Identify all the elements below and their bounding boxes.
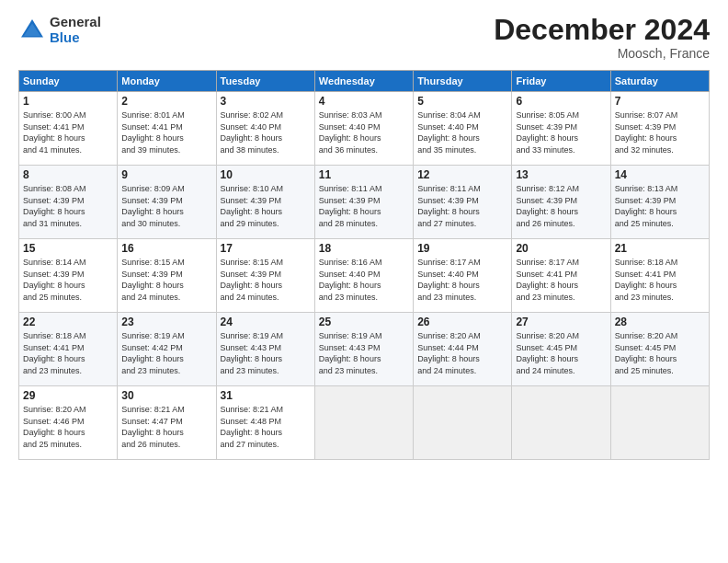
day-cell: 16Sunrise: 8:15 AM Sunset: 4:39 PM Dayli… [118, 239, 216, 313]
day-cell: 1Sunrise: 8:00 AM Sunset: 4:41 PM Daylig… [19, 92, 118, 166]
day-info: Sunrise: 8:10 AM Sunset: 4:39 PM Dayligh… [221, 183, 311, 229]
day-number: 31 [221, 389, 311, 402]
day-cell: 27Sunrise: 8:20 AM Sunset: 4:45 PM Dayli… [512, 313, 610, 386]
day-info: Sunrise: 8:19 AM Sunset: 4:43 PM Dayligh… [221, 330, 311, 376]
day-cell: 2Sunrise: 8:01 AM Sunset: 4:41 PM Daylig… [118, 92, 216, 166]
day-cell [610, 386, 709, 460]
page: General Blue December 2024 Moosch, Franc… [0, 0, 728, 563]
logo-icon [18, 17, 46, 44]
col-header-sunday: Sunday [19, 71, 118, 92]
day-info: Sunrise: 8:18 AM Sunset: 4:41 PM Dayligh… [615, 257, 705, 303]
day-info: Sunrise: 8:21 AM Sunset: 4:48 PM Dayligh… [221, 404, 311, 450]
day-number: 2 [121, 95, 211, 108]
day-cell: 23Sunrise: 8:19 AM Sunset: 4:42 PM Dayli… [118, 313, 216, 386]
logo: General Blue [18, 15, 101, 45]
day-number: 1 [23, 95, 113, 108]
day-info: Sunrise: 8:17 AM Sunset: 4:40 PM Dayligh… [417, 257, 507, 303]
day-info: Sunrise: 8:03 AM Sunset: 4:40 PM Dayligh… [319, 109, 409, 155]
title-month: December 2024 [494, 15, 710, 44]
day-number: 27 [516, 316, 606, 328]
day-number: 7 [615, 95, 705, 108]
day-number: 9 [121, 168, 211, 181]
day-number: 17 [221, 242, 311, 255]
day-cell: 13Sunrise: 8:12 AM Sunset: 4:39 PM Dayli… [512, 166, 610, 239]
day-info: Sunrise: 8:11 AM Sunset: 4:39 PM Dayligh… [319, 183, 409, 229]
week-row-2: 8Sunrise: 8:08 AM Sunset: 4:39 PM Daylig… [19, 166, 710, 239]
day-info: Sunrise: 8:19 AM Sunset: 4:43 PM Dayligh… [319, 330, 409, 376]
day-number: 10 [221, 168, 311, 181]
day-cell: 10Sunrise: 8:10 AM Sunset: 4:39 PM Dayli… [216, 166, 314, 239]
day-number: 3 [221, 95, 311, 108]
day-cell: 9Sunrise: 8:09 AM Sunset: 4:39 PM Daylig… [118, 166, 216, 239]
day-cell: 7Sunrise: 8:07 AM Sunset: 4:39 PM Daylig… [610, 92, 709, 166]
col-header-tuesday: Tuesday [216, 71, 314, 92]
day-number: 20 [516, 242, 606, 255]
week-row-1: 1Sunrise: 8:00 AM Sunset: 4:41 PM Daylig… [19, 92, 710, 166]
day-info: Sunrise: 8:04 AM Sunset: 4:40 PM Dayligh… [417, 109, 507, 155]
day-number: 13 [516, 168, 606, 181]
col-header-friday: Friday [512, 71, 610, 92]
day-number: 16 [121, 242, 211, 255]
day-cell: 22Sunrise: 8:18 AM Sunset: 4:41 PM Dayli… [19, 313, 118, 386]
day-number: 15 [23, 242, 113, 255]
week-row-4: 22Sunrise: 8:18 AM Sunset: 4:41 PM Dayli… [19, 313, 710, 386]
day-number: 28 [615, 316, 705, 328]
day-cell: 3Sunrise: 8:02 AM Sunset: 4:40 PM Daylig… [216, 92, 314, 166]
day-cell: 4Sunrise: 8:03 AM Sunset: 4:40 PM Daylig… [314, 92, 413, 166]
day-info: Sunrise: 8:15 AM Sunset: 4:39 PM Dayligh… [121, 257, 211, 303]
day-info: Sunrise: 8:14 AM Sunset: 4:39 PM Dayligh… [23, 257, 113, 303]
day-cell: 5Sunrise: 8:04 AM Sunset: 4:40 PM Daylig… [414, 92, 512, 166]
logo-text: General Blue [50, 15, 101, 45]
calendar-header-row: SundayMondayTuesdayWednesdayThursdayFrid… [19, 71, 710, 92]
header: General Blue December 2024 Moosch, Franc… [18, 15, 710, 61]
day-info: Sunrise: 8:05 AM Sunset: 4:39 PM Dayligh… [516, 109, 606, 155]
day-info: Sunrise: 8:07 AM Sunset: 4:39 PM Dayligh… [615, 109, 705, 155]
day-cell: 18Sunrise: 8:16 AM Sunset: 4:40 PM Dayli… [314, 239, 413, 313]
day-cell: 8Sunrise: 8:08 AM Sunset: 4:39 PM Daylig… [19, 166, 118, 239]
day-number: 22 [23, 316, 113, 328]
day-number: 11 [319, 168, 409, 181]
day-number: 4 [319, 95, 409, 108]
calendar-table: SundayMondayTuesdayWednesdayThursdayFrid… [18, 70, 710, 460]
day-info: Sunrise: 8:21 AM Sunset: 4:47 PM Dayligh… [121, 404, 211, 450]
day-cell: 21Sunrise: 8:18 AM Sunset: 4:41 PM Dayli… [610, 239, 709, 313]
day-cell [512, 386, 610, 460]
day-cell: 26Sunrise: 8:20 AM Sunset: 4:44 PM Dayli… [414, 313, 512, 386]
day-info: Sunrise: 8:16 AM Sunset: 4:40 PM Dayligh… [319, 257, 409, 303]
day-cell [414, 386, 512, 460]
day-number: 12 [417, 168, 507, 181]
day-cell: 24Sunrise: 8:19 AM Sunset: 4:43 PM Dayli… [216, 313, 314, 386]
day-cell: 28Sunrise: 8:20 AM Sunset: 4:45 PM Dayli… [610, 313, 709, 386]
day-cell: 31Sunrise: 8:21 AM Sunset: 4:48 PM Dayli… [216, 386, 314, 460]
day-cell: 25Sunrise: 8:19 AM Sunset: 4:43 PM Dayli… [314, 313, 413, 386]
day-info: Sunrise: 8:02 AM Sunset: 4:40 PM Dayligh… [221, 109, 311, 155]
col-header-thursday: Thursday [414, 71, 512, 92]
day-cell: 20Sunrise: 8:17 AM Sunset: 4:41 PM Dayli… [512, 239, 610, 313]
day-info: Sunrise: 8:00 AM Sunset: 4:41 PM Dayligh… [23, 109, 113, 155]
day-number: 23 [121, 316, 211, 328]
day-number: 6 [516, 95, 606, 108]
day-number: 25 [319, 316, 409, 328]
day-cell: 17Sunrise: 8:15 AM Sunset: 4:39 PM Dayli… [216, 239, 314, 313]
day-info: Sunrise: 8:19 AM Sunset: 4:42 PM Dayligh… [121, 330, 211, 376]
day-info: Sunrise: 8:09 AM Sunset: 4:39 PM Dayligh… [121, 183, 211, 229]
day-info: Sunrise: 8:15 AM Sunset: 4:39 PM Dayligh… [221, 257, 311, 303]
day-info: Sunrise: 8:20 AM Sunset: 4:46 PM Dayligh… [23, 404, 113, 450]
day-number: 24 [221, 316, 311, 328]
title-location: Moosch, France [494, 46, 710, 61]
day-number: 19 [417, 242, 507, 255]
day-cell: 11Sunrise: 8:11 AM Sunset: 4:39 PM Dayli… [314, 166, 413, 239]
day-number: 5 [417, 95, 507, 108]
day-cell: 14Sunrise: 8:13 AM Sunset: 4:39 PM Dayli… [610, 166, 709, 239]
logo-general: General [50, 15, 101, 30]
title-block: December 2024 Moosch, France [494, 15, 710, 61]
day-number: 21 [615, 242, 705, 255]
day-info: Sunrise: 8:20 AM Sunset: 4:45 PM Dayligh… [516, 330, 606, 376]
day-number: 8 [23, 168, 113, 181]
day-info: Sunrise: 8:01 AM Sunset: 4:41 PM Dayligh… [121, 109, 211, 155]
day-info: Sunrise: 8:08 AM Sunset: 4:39 PM Dayligh… [23, 183, 113, 229]
day-cell: 15Sunrise: 8:14 AM Sunset: 4:39 PM Dayli… [19, 239, 118, 313]
day-cell: 30Sunrise: 8:21 AM Sunset: 4:47 PM Dayli… [118, 386, 216, 460]
week-row-5: 29Sunrise: 8:20 AM Sunset: 4:46 PM Dayli… [19, 386, 710, 460]
day-info: Sunrise: 8:18 AM Sunset: 4:41 PM Dayligh… [23, 330, 113, 376]
